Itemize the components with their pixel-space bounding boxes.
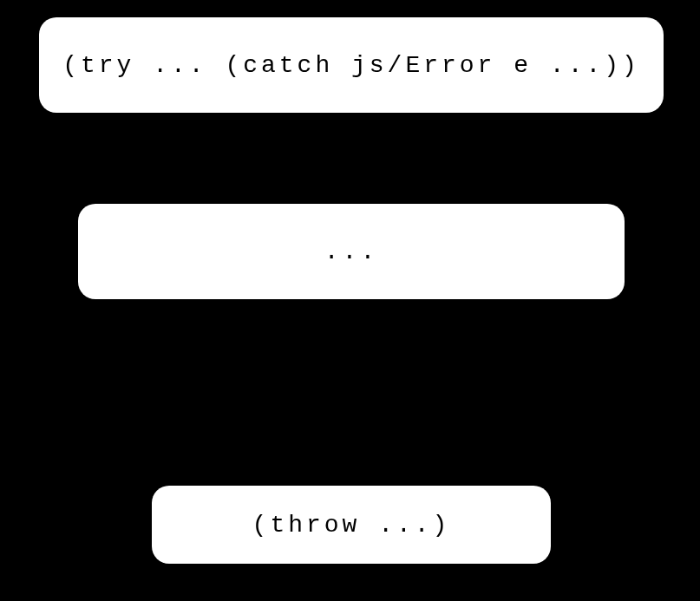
try-catch-box: (try ... (catch js/Error e ...)) (39, 17, 664, 113)
throw-text: (throw ...) (252, 512, 451, 539)
try-catch-text: (try ... (catch js/Error e ...)) (62, 52, 640, 79)
throw-box: (throw ...) (152, 486, 551, 564)
middle-text: ... (324, 238, 378, 265)
middle-box: ... (78, 204, 625, 299)
